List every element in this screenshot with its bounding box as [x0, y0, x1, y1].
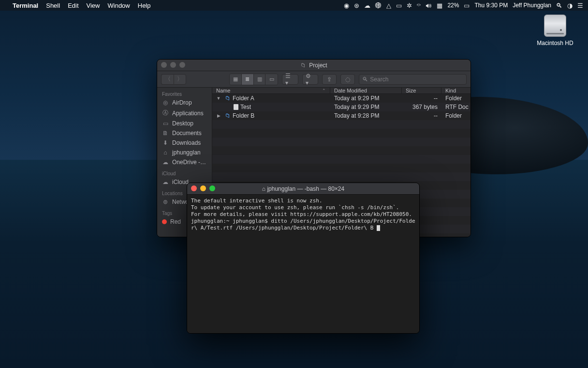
- close-button[interactable]: [161, 62, 167, 68]
- minimize-button[interactable]: [170, 62, 176, 68]
- clock[interactable]: Thu 9:30 PM: [474, 2, 508, 9]
- finder-traffic-lights: [161, 62, 185, 68]
- zoom-button[interactable]: [209, 185, 215, 191]
- tag-dot-icon: [162, 219, 167, 224]
- share-button[interactable]: ⇪: [322, 74, 337, 85]
- siri-icon[interactable]: ◑: [567, 2, 573, 9]
- tags-button[interactable]: ◌: [340, 74, 355, 85]
- hard-drive-label: Macintosh HD: [536, 40, 574, 46]
- col-name[interactable]: Name⌃: [212, 88, 330, 93]
- finder-search[interactable]: 🔍︎ Search: [359, 74, 467, 85]
- sidebar-item-documents[interactable]: 🗎Documents: [157, 128, 212, 138]
- col-kind[interactable]: Kind: [441, 88, 470, 93]
- close-button[interactable]: [191, 185, 197, 191]
- zoom-button[interactable]: [179, 62, 185, 68]
- disclosure-icon[interactable]: ▼: [216, 96, 221, 101]
- terminal-body[interactable]: The default interactive shell is now zsh…: [187, 195, 419, 333]
- file-kind: Folder: [441, 112, 470, 119]
- terminal-window[interactable]: ⌂ jphungglan — -bash — 80×24 The default…: [187, 183, 420, 334]
- empty-row: [212, 172, 470, 181]
- finder-titlebar[interactable]: 📁︎ Project: [157, 60, 470, 71]
- volume-icon[interactable]: 🔊︎: [426, 2, 432, 9]
- table-row[interactable]: TestToday at 9:29 PM367 bytesRTF Doc: [212, 103, 470, 111]
- file-kind: Folder: [441, 95, 470, 102]
- airdrop-icon: ◎: [162, 99, 169, 106]
- disclosure-icon[interactable]: ▶: [216, 113, 221, 118]
- view-icon-button[interactable]: ▦: [230, 74, 242, 85]
- cloud-icon[interactable]: ☁︎: [364, 2, 370, 9]
- file-size: --: [402, 95, 441, 102]
- sidebar-item-downloads[interactable]: ⬇︎Downloads: [157, 138, 212, 148]
- folder-icon: 📁︎: [225, 112, 231, 119]
- airplay-icon[interactable]: ▭: [396, 2, 402, 9]
- globe-icon[interactable]: 🌐︎: [375, 2, 382, 9]
- file-name: Test: [240, 104, 251, 110]
- empty-row: [212, 164, 470, 172]
- user-name[interactable]: Jeff Phungglan: [513, 2, 551, 9]
- date-icon[interactable]: ▦: [437, 2, 442, 9]
- file-name: Folder B: [233, 112, 254, 119]
- network-icon: ⊚: [162, 199, 169, 205]
- sidebar-item-home[interactable]: ⌂jphungglan: [157, 148, 212, 157]
- folder-icon: 📁︎: [225, 95, 231, 102]
- column-headers: Name⌃ Date Modified Size Kind: [212, 88, 470, 94]
- file-icon: [234, 104, 238, 110]
- creative-cloud-icon[interactable]: ⊛: [354, 2, 359, 9]
- terminal-title: jphungglan — -bash — 80×24: [267, 185, 344, 192]
- documents-icon: 🗎: [162, 130, 169, 137]
- sidebar-item-airdrop[interactable]: ◎AirDrop: [157, 98, 212, 107]
- terminal-cursor: [377, 225, 380, 231]
- view-gallery-button[interactable]: ▭: [265, 74, 278, 85]
- view-column-button[interactable]: ▥: [254, 74, 266, 85]
- menu-help[interactable]: Help: [138, 2, 151, 9]
- file-size: --: [402, 112, 441, 119]
- menubar: Terminal Shell Edit View Window Help ◉ ⊛…: [0, 0, 588, 11]
- search-icon: 🔍︎: [362, 76, 368, 83]
- bluetooth-icon[interactable]: ✲: [407, 2, 412, 9]
- finder-title: Project: [309, 62, 327, 69]
- arrange-button[interactable]: ☰ ▾: [282, 74, 298, 85]
- desktop-icon: ▭: [162, 120, 169, 127]
- triangle-icon[interactable]: △: [386, 2, 391, 9]
- spotlight-icon[interactable]: 🔍︎: [556, 2, 562, 9]
- menu-shell[interactable]: Shell: [46, 2, 60, 9]
- file-date: Today at 9:28 PM: [330, 112, 402, 119]
- notification-center-icon[interactable]: ☰: [577, 2, 583, 9]
- empty-row: [212, 138, 470, 146]
- applications-icon: Ⓐ: [162, 109, 169, 117]
- sidebar-item-applications[interactable]: ⒶApplications: [157, 107, 212, 119]
- finder-toolbar: 〈 〉 ▦ ≣ ▥ ▭ ☰ ▾ ⚙︎ ▾ ⇪ ◌ 🔍︎ Search: [157, 71, 470, 88]
- view-list-button[interactable]: ≣: [242, 74, 254, 85]
- file-date: Today at 9:29 PM: [330, 95, 402, 102]
- terminal-titlebar[interactable]: ⌂ jphungglan — -bash — 80×24: [187, 183, 419, 195]
- home-icon: ⌂: [262, 185, 265, 192]
- battery-percent[interactable]: 22%: [447, 2, 459, 9]
- sidebar-item-desktop[interactable]: ▭Desktop: [157, 119, 212, 128]
- menu-view[interactable]: View: [87, 2, 100, 9]
- menu-edit[interactable]: Edit: [68, 2, 78, 9]
- file-kind: RTF Doc: [441, 104, 470, 110]
- terminal-traffic-lights: [191, 185, 215, 191]
- minimize-button[interactable]: [200, 185, 206, 191]
- desktop-macintosh-hd[interactable]: Macintosh HD: [536, 15, 574, 46]
- empty-row: [212, 155, 470, 164]
- action-button[interactable]: ⚙︎ ▾: [302, 74, 318, 85]
- sidebar-item-onedrive[interactable]: ☁︎OneDrive -…: [157, 157, 212, 167]
- sidebar-section-icloud: iCloud: [157, 167, 212, 177]
- table-row[interactable]: ▶📁︎Folder BToday at 9:28 PM--Folder: [212, 111, 470, 120]
- app-name[interactable]: Terminal: [13, 2, 38, 9]
- battery-icon[interactable]: ▭: [464, 2, 470, 9]
- forward-button[interactable]: 〉: [174, 74, 186, 85]
- status-dot-icon[interactable]: ◉: [344, 2, 349, 9]
- sort-caret-icon: ⌃: [322, 88, 326, 93]
- wifi-icon[interactable]: ⌔: [417, 2, 421, 9]
- back-button[interactable]: 〈: [161, 74, 174, 85]
- col-size[interactable]: Size: [402, 88, 441, 93]
- table-row[interactable]: ▼📁︎Folder AToday at 9:29 PM--Folder: [212, 94, 470, 103]
- downloads-icon: ⬇︎: [162, 139, 169, 146]
- search-placeholder: Search: [370, 76, 388, 83]
- sidebar-section-favorites: Favorites: [157, 88, 212, 98]
- empty-row: [212, 129, 470, 138]
- menu-window[interactable]: Window: [108, 2, 130, 9]
- col-date[interactable]: Date Modified: [330, 88, 402, 93]
